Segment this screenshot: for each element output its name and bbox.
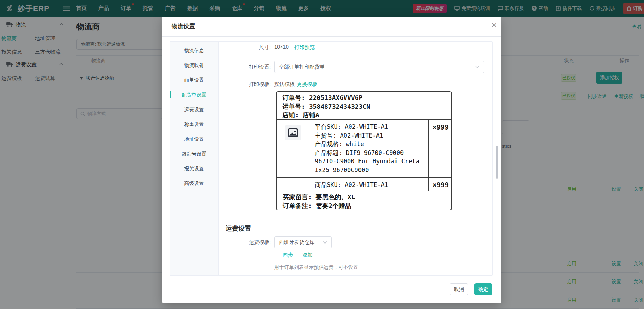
cancel-button[interactable]: 取消 — [450, 283, 468, 295]
preview-qty-cell: ×999 — [428, 120, 452, 178]
freight-template-select[interactable]: 西班牙发货仓库 — [274, 236, 332, 248]
preview-waybill-no: 运单号: 35848732434323CN — [282, 102, 451, 111]
tab-logistics-mapping[interactable]: 物流映射 — [170, 58, 218, 72]
preview-platform-sku: 平台SKU: A02-WHITE-A1 — [315, 122, 428, 131]
preview-goods-sku: 商品SKU: A02-WHITE-A1 — [310, 178, 428, 191]
tab-tracking-number-settings[interactable]: 跟踪号设置 — [170, 146, 218, 161]
preview-product-title-3: Ix25 96700C9000 — [315, 166, 428, 175]
preview-shop: 店铺: 店铺A — [282, 111, 451, 120]
add-link[interactable]: 添加 — [302, 252, 313, 258]
preview-qty: ×999 — [429, 120, 452, 131]
logistics-settings-modal: 物流设置 ✕ 物流信息 物流映射 面单设置 配货单设置 运费设置 称重设置 地址… — [162, 17, 501, 303]
chevron-down-icon — [323, 241, 327, 244]
preview-order-no: 订单号: 220513AXGVVV6P — [282, 94, 451, 102]
modal-title: 物流设置 — [172, 23, 195, 30]
tab-logistics-info[interactable]: 物流信息 — [170, 43, 218, 58]
preview-sku-section: 平台SKU: A02-WHITE-A1 主货号: A02-WHITE-A1 产品… — [277, 120, 451, 178]
preview-header-section: 订单号: 220513AXGVVV6P 运单号: 35848732434323C… — [277, 92, 451, 120]
tab-address-settings[interactable]: 地址设置 — [170, 132, 218, 146]
preview-order-note: 订单备注: 需要2个赠品 — [283, 202, 451, 210]
print-setting-label: 打印设置: — [235, 64, 271, 70]
preview-image-cell — [277, 120, 309, 178]
divider — [162, 36, 501, 37]
print-template-label: 打印模板: — [235, 81, 271, 88]
tab-picking-list-settings[interactable]: 配货单设置 — [170, 87, 218, 102]
freight-section-title: 运费设置 — [226, 224, 251, 233]
tab-freight-settings[interactable]: 运费设置 — [170, 102, 218, 117]
change-template-link[interactable]: 更换模板 — [297, 81, 317, 88]
preview-buyer-note: 买家留言: 要黑色的、XL — [283, 193, 451, 202]
tab-waybill-settings[interactable]: 面单设置 — [170, 72, 218, 87]
confirm-button[interactable]: 确定 — [474, 283, 492, 295]
preview-product-title-1: 产品标题: DIF9 96700-C9000 — [315, 149, 428, 157]
tab-customs-settings[interactable]: 报关设置 — [170, 161, 218, 176]
freight-template-label: 运费模板: — [235, 239, 271, 246]
sync-link[interactable]: 同步 — [283, 252, 293, 258]
tab-weighing-settings[interactable]: 称重设置 — [170, 117, 218, 132]
preview-notes-section: 买家留言: 要黑色的、XL 订单备注: 需要2个赠品 — [277, 192, 451, 210]
chevron-down-icon — [475, 65, 479, 68]
print-preview-link[interactable]: 打印预览 — [294, 44, 315, 51]
settings-tab-rail: 物流信息 物流映射 面单设置 配货单设置 运费设置 称重设置 地址设置 跟踪号设… — [170, 42, 219, 275]
size-label: 尺寸: — [235, 44, 271, 51]
preview-product-spec: 产品规格: white — [315, 140, 428, 149]
print-template-value: 默认模板 — [274, 81, 295, 88]
scrollbar-thumb[interactable] — [496, 146, 498, 179]
preview-goods-sku-section: 商品SKU: A02-WHITE-A1 ×999 — [277, 178, 451, 191]
freight-helper-text: 用于订单列表显示预估运费，可不设置 — [274, 264, 358, 271]
preview-sku-details: 平台SKU: A02-WHITE-A1 主货号: A02-WHITE-A1 产品… — [310, 120, 428, 178]
print-setting-select[interactable]: 全部订单打印配货单 — [274, 61, 484, 73]
image-placeholder-icon — [288, 127, 298, 138]
preview-goods-qty: ×999 — [428, 178, 452, 191]
picking-list-preview: 订单号: 220513AXGVVV6P 运单号: 35848732434323C… — [276, 91, 452, 210]
close-icon[interactable]: ✕ — [490, 21, 498, 29]
tab-advanced-settings[interactable]: 高级设置 — [170, 176, 218, 191]
app-screen: 妙手ERP 首页 产品 订单 托管 广告 数据 采购 仓库 分销 物流 更多 授… — [0, 0, 644, 309]
preview-product-title-2: 96710-C9000 For Hyundai Creta — [315, 157, 428, 166]
size-value: 10×10 — [274, 44, 289, 50]
preview-main-item-no: 主货号: A02-WHITE-A1 — [315, 131, 428, 140]
preview-empty-cell — [277, 178, 309, 191]
